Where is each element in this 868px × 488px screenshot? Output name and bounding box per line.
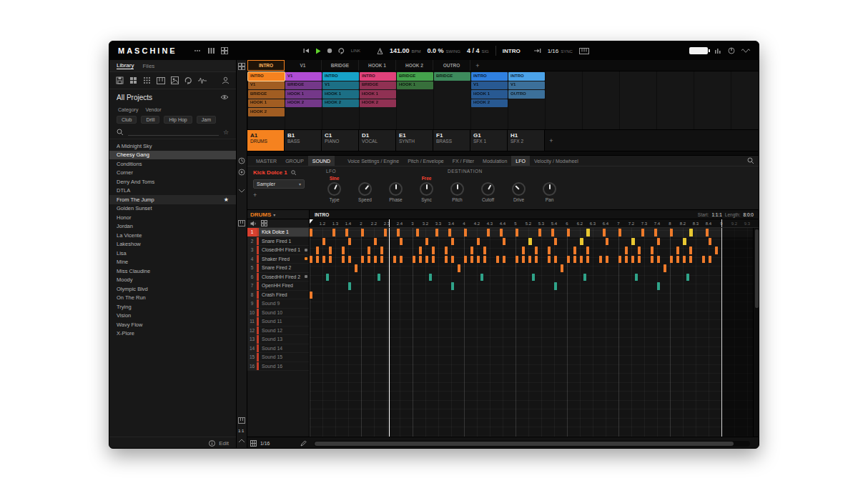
note[interactable] bbox=[603, 229, 606, 236]
project-list-item[interactable]: Conditions bbox=[109, 159, 236, 169]
note[interactable] bbox=[400, 238, 403, 246]
sound-row-8[interactable]: 8Crash Fired bbox=[247, 291, 309, 300]
project-list-item[interactable]: On The Run bbox=[109, 294, 236, 303]
project-list-item[interactable]: Derry And Toms bbox=[109, 177, 236, 186]
note[interactable] bbox=[393, 256, 396, 264]
note[interactable] bbox=[322, 256, 325, 264]
instruments-icon[interactable] bbox=[157, 77, 165, 84]
pattern-clip-c1-intro[interactable]: INTRO bbox=[322, 72, 359, 81]
note[interactable] bbox=[397, 229, 400, 236]
group-cell-c1[interactable]: C1PIANO bbox=[322, 130, 359, 151]
param-tab-voice-settings-engine[interactable]: Voice Settings / Engine bbox=[343, 156, 403, 166]
note[interactable] bbox=[683, 256, 686, 264]
pattern-clip-a1-v1[interactable]: V1 bbox=[248, 81, 285, 90]
horizontal-scrollbar[interactable] bbox=[314, 441, 750, 447]
project-list-item[interactable]: Golden Sunset bbox=[109, 204, 236, 214]
step-grid-value[interactable]: 1/16 bbox=[260, 441, 270, 446]
note[interactable] bbox=[464, 229, 467, 236]
note[interactable] bbox=[638, 247, 641, 254]
note[interactable] bbox=[503, 256, 505, 264]
note[interactable] bbox=[516, 256, 518, 264]
scene-tab-intro[interactable]: INTRO bbox=[247, 60, 285, 71]
effects-icon[interactable] bbox=[171, 76, 179, 84]
param-tab-fx-filter[interactable]: FX / Filter bbox=[448, 156, 478, 166]
note[interactable] bbox=[361, 256, 364, 264]
note[interactable] bbox=[551, 229, 554, 236]
pattern-clip-g1-intro[interactable]: INTRO bbox=[471, 72, 508, 81]
note[interactable] bbox=[522, 247, 525, 254]
project-list-item[interactable]: Wavy Flow bbox=[109, 320, 236, 329]
note[interactable] bbox=[483, 256, 486, 264]
pattern-clip-f1-bridge[interactable]: BRIDGE bbox=[434, 72, 470, 81]
loop-button[interactable] bbox=[338, 48, 345, 54]
project-list-item[interactable]: DTLA bbox=[109, 186, 236, 196]
note[interactable] bbox=[342, 247, 345, 254]
note[interactable] bbox=[670, 229, 673, 236]
note[interactable] bbox=[380, 247, 383, 254]
note[interactable] bbox=[419, 256, 422, 264]
mute-speaker-icon[interactable] bbox=[250, 221, 257, 226]
keyboard-view-icon[interactable] bbox=[238, 417, 245, 424]
scene-tab-hook-1[interactable]: HOOK 1 bbox=[359, 60, 396, 71]
edit-button[interactable]: Edit bbox=[219, 440, 229, 447]
param-tab-velocity-modwheel[interactable]: Velocity / Modwheel bbox=[530, 156, 583, 166]
note[interactable] bbox=[332, 229, 335, 236]
note[interactable] bbox=[548, 256, 551, 264]
sound-row-3[interactable]: 3ClosedHH Fired 1 bbox=[247, 246, 309, 255]
note[interactable] bbox=[516, 229, 518, 236]
note[interactable] bbox=[676, 247, 679, 254]
eye-icon[interactable] bbox=[220, 94, 229, 100]
sounds-icon[interactable] bbox=[143, 76, 151, 84]
note[interactable] bbox=[326, 274, 329, 282]
note[interactable] bbox=[435, 229, 438, 236]
sound-row-5[interactable]: 5Snare Fired 2 bbox=[247, 264, 309, 273]
note[interactable] bbox=[374, 256, 377, 264]
group-cell-b1[interactable]: B1BASS bbox=[285, 130, 322, 151]
note[interactable] bbox=[451, 256, 454, 264]
restart-button[interactable] bbox=[303, 48, 310, 54]
chevron-down-icon[interactable] bbox=[238, 189, 245, 193]
pattern-clip-b1-hook-1[interactable]: HOOK 1 bbox=[285, 90, 322, 99]
project-list-item[interactable]: Jordan bbox=[109, 222, 236, 231]
note[interactable] bbox=[425, 238, 428, 246]
groups-icon[interactable] bbox=[129, 76, 137, 84]
play-button[interactable] bbox=[315, 48, 321, 54]
note[interactable] bbox=[683, 238, 686, 246]
ideas-view-icon[interactable] bbox=[221, 47, 228, 54]
tempo-display[interactable]: 141.00 BPM bbox=[390, 47, 421, 54]
note[interactable] bbox=[432, 256, 435, 264]
note[interactable] bbox=[583, 274, 586, 282]
pattern-clip-h1-outro[interactable]: OUTRO bbox=[508, 90, 545, 99]
note[interactable] bbox=[567, 256, 570, 264]
filter-tag-drill[interactable]: Drill bbox=[141, 116, 159, 124]
knob[interactable] bbox=[481, 182, 495, 196]
note[interactable] bbox=[368, 256, 370, 264]
add-scene-button[interactable]: + bbox=[470, 60, 485, 71]
step-grid-icon[interactable] bbox=[250, 440, 257, 447]
record-button[interactable] bbox=[327, 48, 332, 54]
project-list-item[interactable]: La Vicente bbox=[109, 231, 236, 240]
note[interactable] bbox=[657, 256, 660, 264]
note[interactable] bbox=[686, 274, 689, 282]
pattern-clip-e1-hook-1[interactable]: HOOK 1 bbox=[397, 81, 433, 90]
sound-row-6[interactable]: 6ClosedHH Fired 2 bbox=[247, 273, 309, 282]
timeline-ruler[interactable]: 1.21.31.422.22.32.433.23.33.444.24.34.45… bbox=[310, 219, 759, 227]
favorite-star-icon[interactable]: ★ bbox=[224, 196, 229, 203]
mixer-view-icon[interactable] bbox=[207, 47, 214, 54]
group-cell-f1[interactable]: F1BRASS bbox=[433, 130, 470, 151]
note[interactable] bbox=[487, 229, 490, 236]
note[interactable] bbox=[425, 256, 428, 264]
pattern-clip-d1-intro[interactable]: INTRO bbox=[360, 72, 396, 81]
menu-ellipsis-icon[interactable] bbox=[194, 49, 201, 52]
project-list-item[interactable]: Corner bbox=[109, 169, 236, 178]
note[interactable] bbox=[480, 274, 483, 282]
note[interactable] bbox=[310, 256, 312, 264]
knob[interactable] bbox=[420, 182, 433, 196]
note[interactable] bbox=[361, 229, 364, 236]
sound-row-11[interactable]: 11Sound 11 bbox=[247, 317, 309, 327]
note[interactable] bbox=[638, 256, 641, 264]
note[interactable] bbox=[470, 256, 473, 264]
project-list-item[interactable]: X-Plore bbox=[109, 329, 236, 339]
punch-icon[interactable] bbox=[534, 48, 541, 54]
sound-row-13[interactable]: 13Sound 13 bbox=[247, 335, 309, 344]
